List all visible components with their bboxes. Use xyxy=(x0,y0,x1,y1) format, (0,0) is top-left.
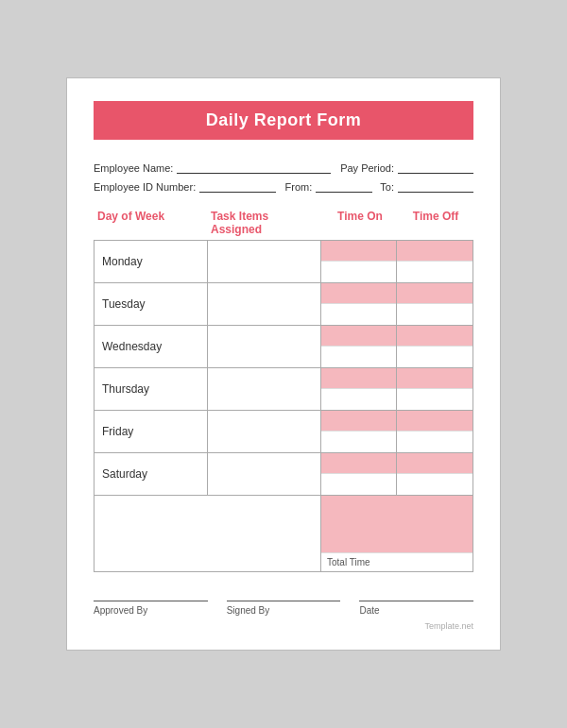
table-row: Wednesday xyxy=(94,326,472,368)
table-row: Tuesday xyxy=(94,283,472,326)
employee-name-line[interactable] xyxy=(177,161,331,174)
data-table: Monday Tuesday xyxy=(94,240,473,496)
date-label: Date xyxy=(359,605,379,616)
employee-name-label: Employee Name: xyxy=(94,162,173,174)
task-saturday[interactable] xyxy=(208,453,321,495)
col-header-timeoff: Time Off xyxy=(398,210,473,236)
employee-id-label: Employee ID Number: xyxy=(94,181,196,193)
signed-by-line xyxy=(227,601,341,601)
approved-by-field: Approved By xyxy=(94,601,208,616)
timeoff-friday[interactable] xyxy=(397,411,472,452)
from-label: From: xyxy=(285,181,313,193)
date-field: Date xyxy=(359,601,473,616)
table-row: Monday xyxy=(94,241,472,283)
table-row: Thursday xyxy=(94,368,472,411)
table-row: Saturday xyxy=(94,453,472,495)
footer-section: Approved By Signed By Date xyxy=(94,595,473,616)
to-label: To: xyxy=(380,181,394,193)
timeoff-monday[interactable] xyxy=(397,241,472,282)
timeoff-wednesday[interactable] xyxy=(397,326,472,367)
timeoff-saturday[interactable] xyxy=(397,453,472,495)
to-line[interactable] xyxy=(398,179,473,193)
timeon-wednesday[interactable] xyxy=(321,326,397,367)
employee-id-row: Employee ID Number: From: To: xyxy=(94,179,473,193)
date-line xyxy=(359,601,473,601)
fields-section: Employee Name: Pay Period: Employee ID N… xyxy=(94,161,473,193)
page: Daily Report Form Employee Name: Pay Per… xyxy=(66,77,501,651)
day-wednesday: Wednesday xyxy=(94,326,208,367)
day-tuesday: Tuesday xyxy=(94,283,208,325)
pay-period-line[interactable] xyxy=(398,161,473,174)
total-section: Total Time xyxy=(94,496,473,572)
day-saturday: Saturday xyxy=(94,453,208,495)
employee-name-row: Employee Name: Pay Period: xyxy=(94,161,473,174)
timeon-monday[interactable] xyxy=(321,241,397,282)
total-time-block: Total Time xyxy=(321,496,472,571)
col-header-timeon: Time On xyxy=(322,210,398,236)
task-wednesday[interactable] xyxy=(208,326,321,367)
from-line[interactable] xyxy=(316,179,372,193)
day-friday: Friday xyxy=(94,411,208,452)
approved-by-label: Approved By xyxy=(94,605,147,616)
day-thursday: Thursday xyxy=(94,368,208,410)
header-bar: Daily Report Form xyxy=(94,101,473,140)
timeon-tuesday[interactable] xyxy=(321,283,397,325)
total-time-pink-area[interactable] xyxy=(321,496,472,553)
total-left-area xyxy=(94,496,321,571)
pay-period-label: Pay Period: xyxy=(340,162,394,174)
signed-by-field: Signed By xyxy=(227,601,341,616)
page-title: Daily Report Form xyxy=(112,110,455,130)
total-time-label: Total Time xyxy=(321,553,472,571)
approved-by-line xyxy=(94,601,208,601)
watermark: Template.net xyxy=(94,621,473,631)
employee-id-line[interactable] xyxy=(199,179,275,193)
task-tuesday[interactable] xyxy=(208,283,321,325)
timeoff-thursday[interactable] xyxy=(397,368,472,410)
col-headers: Day of Week Task Items Assigned Time On … xyxy=(94,210,473,240)
timeoff-tuesday[interactable] xyxy=(397,283,472,325)
task-thursday[interactable] xyxy=(208,368,321,410)
table-row: Friday xyxy=(94,411,472,453)
day-monday: Monday xyxy=(94,241,208,282)
timeon-thursday[interactable] xyxy=(321,368,397,410)
signed-by-label: Signed By xyxy=(227,605,270,616)
col-header-task: Task Items Assigned xyxy=(207,210,322,236)
col-header-day: Day of Week xyxy=(94,210,207,236)
timeon-friday[interactable] xyxy=(321,411,397,452)
task-monday[interactable] xyxy=(208,241,321,282)
task-friday[interactable] xyxy=(208,411,321,452)
timeon-saturday[interactable] xyxy=(321,453,397,495)
